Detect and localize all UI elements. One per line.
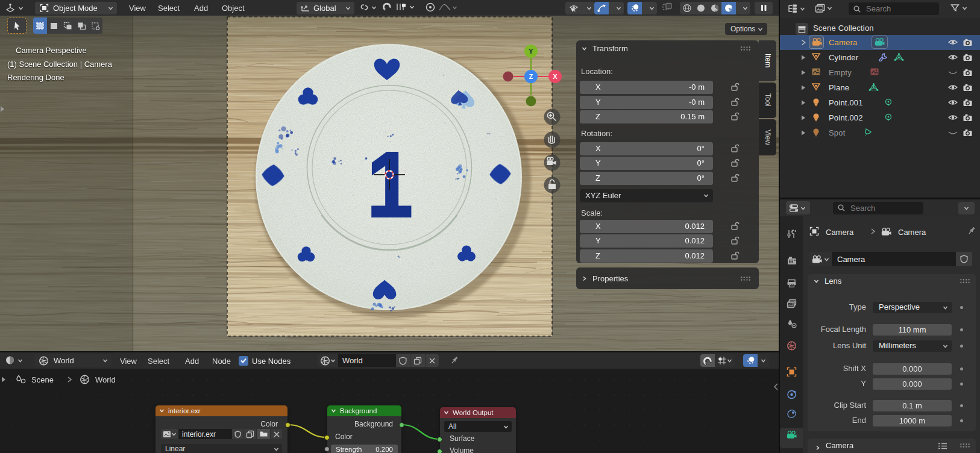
svg-text:Z: Z	[529, 73, 533, 80]
svg-text:Y: Y	[529, 48, 533, 55]
svg-text:1: 1	[368, 133, 413, 236]
svg-text:X: X	[553, 73, 558, 80]
